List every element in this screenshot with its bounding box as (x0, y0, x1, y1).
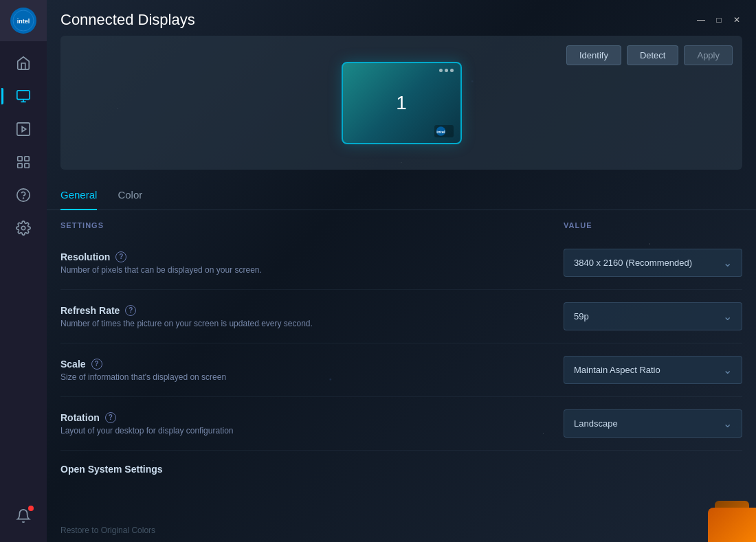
rotation-label: Rotation ? (60, 412, 564, 423)
sidebar-bottom (8, 501, 38, 542)
refresh-rate-control: 59p ⌄ (564, 302, 742, 330)
rotation-description: Layout of your desktop for display confi… (60, 426, 564, 436)
resolution-dropdown-arrow: ⌄ (723, 256, 732, 269)
intel-logo-icon: intel (10, 8, 36, 34)
rotation-control: Landscape ⌄ (564, 409, 742, 438)
monitor-intel-logo: intel (434, 125, 454, 137)
sidebar-item-help[interactable] (8, 180, 38, 210)
notification-badge (28, 506, 34, 511)
rotation-help-icon[interactable]: ? (105, 412, 116, 423)
resolution-help-icon[interactable]: ? (115, 251, 126, 262)
sidebar-logo: intel (0, 0, 47, 41)
titlebar: Connected Displays — □ ✕ (47, 0, 756, 36)
monitor-widget[interactable]: 1 intel (342, 62, 462, 144)
resolution-control: 3840 x 2160 (Recommended) ⌄ (564, 249, 742, 277)
value-column-header: VALUE (564, 221, 742, 229)
svg-rect-10 (25, 163, 29, 168)
open-system-settings-link[interactable]: Open System Settings (60, 464, 163, 475)
settings-area: SETTINGS VALUE Resolution ? Number of pi… (47, 210, 756, 519)
bell-button[interactable] (8, 501, 38, 531)
tab-general[interactable]: General (60, 183, 97, 210)
scale-help-icon[interactable]: ? (91, 359, 102, 370)
tab-color[interactable]: Color (118, 183, 142, 210)
bottom-bar: Restore to Original Colors (47, 519, 756, 542)
refresh-rate-info: Refresh Rate ? Number of times the pictu… (60, 305, 564, 328)
rotation-row: Rotation ? Layout of your desktop for di… (60, 397, 742, 451)
restore-colors-text: Restore to Original Colors (60, 526, 155, 535)
refresh-rate-row: Refresh Rate ? Number of times the pictu… (60, 290, 742, 343)
resolution-dropdown[interactable]: 3840 x 2160 (Recommended) ⌄ (564, 249, 742, 277)
svg-rect-5 (17, 123, 30, 135)
scale-description: Size of information that's displayed on … (60, 372, 564, 382)
resolution-row: Resolution ? Number of pixels that can b… (60, 236, 742, 290)
monitor-dot-1 (439, 69, 443, 72)
resolution-description: Number of pixels that can be displayed o… (60, 265, 564, 275)
svg-rect-8 (25, 157, 29, 161)
scale-row: Scale ? Size of information that's displ… (60, 343, 742, 397)
tabs-container: General Color (47, 175, 756, 210)
page-title: Connected Displays (60, 11, 195, 29)
sidebar-item-media[interactable] (8, 114, 38, 144)
apply-button[interactable]: Apply (684, 45, 733, 65)
rotation-dropdown[interactable]: Landscape ⌄ (564, 409, 742, 438)
settings-header: SETTINGS VALUE (60, 221, 742, 236)
svg-rect-2 (17, 91, 30, 100)
scale-control: Maintain Aspect Ratio ⌄ (564, 356, 742, 384)
maximize-button[interactable]: □ (713, 14, 724, 25)
system-settings-section: Open System Settings (60, 451, 742, 481)
monitor-dot-2 (445, 69, 448, 72)
scale-label: Scale ? (60, 359, 564, 370)
close-button[interactable]: ✕ (731, 14, 742, 25)
detect-button[interactable]: Detect (627, 45, 679, 65)
svg-text:intel: intel (17, 18, 30, 25)
window-controls: — □ ✕ (696, 14, 742, 25)
sidebar: intel (0, 0, 47, 542)
scale-dropdown-arrow: ⌄ (723, 363, 732, 376)
sidebar-item-settings[interactable] (8, 213, 38, 243)
sidebar-item-display[interactable] (8, 81, 38, 111)
svg-rect-9 (18, 163, 22, 168)
svg-point-13 (21, 226, 25, 230)
display-actions: Identify Detect Apply (566, 45, 733, 65)
sidebar-navigation (8, 41, 38, 501)
minimize-button[interactable]: — (696, 14, 707, 25)
scale-info: Scale ? Size of information that's displ… (60, 359, 564, 382)
sidebar-item-home[interactable] (8, 48, 38, 78)
svg-point-12 (23, 198, 24, 199)
settings-column-header: SETTINGS (60, 221, 564, 229)
resolution-info: Resolution ? Number of pixels that can b… (60, 251, 564, 275)
refresh-rate-dropdown-arrow: ⌄ (723, 310, 732, 323)
identify-button[interactable]: Identify (566, 45, 621, 65)
refresh-rate-dropdown[interactable]: 59p ⌄ (564, 302, 742, 330)
rotation-dropdown-arrow: ⌄ (723, 417, 732, 430)
svg-marker-6 (22, 126, 26, 131)
main-content: Connected Displays — □ ✕ Identify Detect… (47, 0, 756, 542)
scale-dropdown[interactable]: Maintain Aspect Ratio ⌄ (564, 356, 742, 384)
display-preview-area: Identify Detect Apply 1 intel (60, 36, 742, 170)
refresh-rate-description: Number of times the picture on your scre… (60, 319, 564, 328)
rotation-info: Rotation ? Layout of your desktop for di… (60, 412, 564, 436)
refresh-rate-help-icon[interactable]: ? (125, 305, 136, 316)
svg-rect-7 (18, 157, 22, 161)
resolution-label: Resolution ? (60, 251, 564, 262)
monitor-number: 1 (396, 92, 407, 114)
refresh-rate-label: Refresh Rate ? (60, 305, 564, 316)
svg-point-11 (17, 189, 30, 201)
svg-text:intel: intel (436, 130, 445, 134)
monitor-dots (439, 69, 454, 72)
monitor-dot-3 (450, 69, 454, 72)
sidebar-item-apps[interactable] (8, 147, 38, 177)
